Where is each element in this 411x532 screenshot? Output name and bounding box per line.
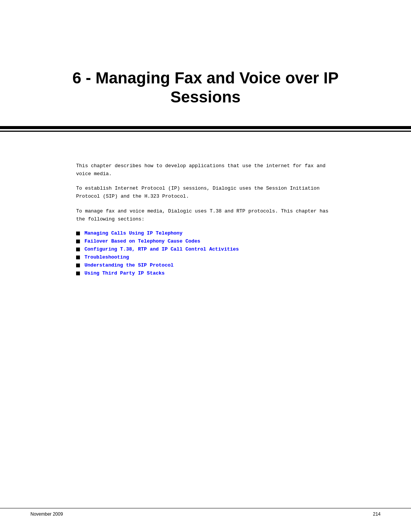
header-section: 6 - Managing Fax and Voice over IP Sessi…	[0, 0, 411, 118]
list-item: Managing Calls Using IP Telephony	[76, 230, 335, 236]
bullet-icon-4	[76, 256, 80, 259]
link-understanding-sip[interactable]: Understanding the SIP Protocol	[84, 262, 174, 268]
bullet-icon-6	[76, 272, 80, 275]
footer: November 2009 214	[0, 508, 411, 517]
chapter-title: 6 - Managing Fax and Voice over IP Sessi…	[72, 69, 339, 107]
footer-page-number: 214	[373, 511, 381, 517]
intro-paragraph-3: To manage fax and voice media, Dialogic …	[76, 208, 335, 224]
bullet-icon-3	[76, 248, 80, 251]
link-third-party-ip[interactable]: Using Third Party IP Stacks	[84, 270, 165, 276]
link-failover[interactable]: Failover Based on Telephony Cause Codes	[84, 238, 200, 244]
list-item: Troubleshooting	[76, 254, 335, 260]
list-item: Configuring T.38, RTP and IP Call Contro…	[76, 246, 335, 252]
link-configuring[interactable]: Configuring T.38, RTP and IP Call Contro…	[84, 246, 239, 252]
chapter-title-line2: Sessions	[170, 88, 241, 106]
content-section: This chapter describes how to develop ap…	[0, 132, 411, 309]
link-troubleshooting[interactable]: Troubleshooting	[84, 254, 129, 260]
page: 6 - Managing Fax and Voice over IP Sessi…	[0, 0, 411, 532]
intro-paragraph-1: This chapter describes how to develop ap…	[76, 162, 335, 178]
bullet-icon-1	[76, 232, 80, 235]
bullet-icon-2	[76, 240, 80, 243]
chapter-title-line1: 6 - Managing Fax and Voice over IP	[72, 69, 338, 87]
list-item: Understanding the SIP Protocol	[76, 262, 335, 268]
footer-date: November 2009	[30, 511, 63, 517]
link-managing-calls[interactable]: Managing Calls Using IP Telephony	[84, 230, 182, 236]
bullet-icon-5	[76, 264, 80, 267]
divider-bar-thick	[0, 126, 411, 129]
list-item: Failover Based on Telephony Cause Codes	[76, 238, 335, 244]
list-item: Using Third Party IP Stacks	[76, 270, 335, 276]
intro-paragraph-2: To establish Internet Protocol (IP) sess…	[76, 185, 335, 201]
bullet-list: Managing Calls Using IP Telephony Failov…	[76, 230, 335, 276]
